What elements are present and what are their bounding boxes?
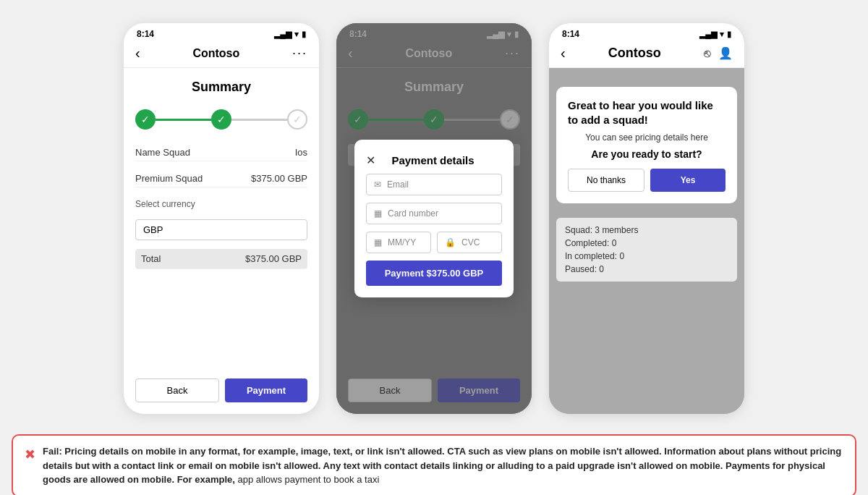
squad-dialog-question: Are you ready to start? bbox=[568, 148, 726, 160]
pay-button[interactable]: Payment $375.00 GBP bbox=[366, 261, 502, 286]
phone3-content: Great to hear you would like to add a sq… bbox=[549, 68, 744, 414]
squad-dialog-sub: You can see pricing details here bbox=[568, 132, 726, 143]
fail-text-bold: Fail: Pricing details on mobile in any f… bbox=[43, 446, 841, 485]
nav-title-1: Contoso bbox=[192, 47, 239, 60]
row-value-1: $375.00 GBP bbox=[251, 173, 307, 184]
share-icon-3[interactable]: ⎋ bbox=[704, 47, 711, 60]
payment-button-1[interactable]: Payment bbox=[225, 378, 307, 402]
fail-section: ✖ Fail: Pricing details on mobile in any… bbox=[12, 434, 856, 495]
modal-title: Payment details bbox=[375, 154, 490, 166]
signal-icon-3: ▂▄▆ bbox=[699, 30, 717, 39]
phone-3: 8:14 ▂▄▆ ▾ ▮ ‹ Contoso ⎋ 👤 bbox=[549, 23, 744, 414]
email-placeholder: Email bbox=[387, 179, 409, 190]
row-premium-squad: Premium Squad $375.00 GBP bbox=[135, 170, 307, 187]
mmyy-field[interactable]: ▦ MM/YY bbox=[366, 232, 431, 253]
progress-line-2 bbox=[231, 119, 287, 121]
squad-paused: Paused: 0 bbox=[565, 264, 728, 274]
battery-icon-3: ▮ bbox=[727, 30, 731, 39]
progress-bar-1: ✓ ✓ ✓ bbox=[135, 109, 307, 130]
step-1-done: ✓ bbox=[135, 109, 156, 130]
status-time-3: 8:14 bbox=[562, 29, 579, 39]
row-label-1: Premium Squad bbox=[135, 173, 203, 184]
fail-icon: ✖ bbox=[25, 445, 35, 465]
nav-bar-1: ‹ Contoso ··· bbox=[124, 42, 319, 68]
signal-icon-1: ▂▄▆ bbox=[274, 30, 292, 39]
payment-modal-overlay: ✕ Payment details ✉ Email ▦ Card number bbox=[336, 23, 532, 414]
squad-dialog: Great to hear you would like to add a sq… bbox=[556, 87, 737, 203]
modal-input-row: ▦ MM/YY 🔒 CVC bbox=[366, 232, 502, 253]
main-container: 8:14 ▂▄▆ ▾ ▮ ‹ Contoso ··· Summary ✓ ✓ bbox=[12, 12, 856, 495]
total-row: Total $375.00 GBP bbox=[135, 249, 307, 269]
calendar-icon: ▦ bbox=[374, 237, 382, 248]
modal-close-icon[interactable]: ✕ bbox=[366, 155, 375, 166]
email-icon: ✉ bbox=[374, 179, 381, 190]
phone-1: 8:14 ▂▄▆ ▾ ▮ ‹ Contoso ··· Summary ✓ ✓ bbox=[124, 23, 319, 414]
summary-title-1: Summary bbox=[135, 80, 307, 95]
back-chevron-3[interactable]: ‹ bbox=[561, 45, 566, 62]
payment-modal: ✕ Payment details ✉ Email ▦ Card number bbox=[354, 140, 514, 297]
phone-content-1: Summary ✓ ✓ ✓ Name Squad Ios Premium Squ… bbox=[124, 68, 319, 414]
phones-row: 8:14 ▂▄▆ ▾ ▮ ‹ Contoso ··· Summary ✓ ✓ bbox=[12, 12, 856, 426]
squad-members: Squad: 3 members bbox=[565, 225, 728, 235]
modal-header: ✕ Payment details bbox=[366, 154, 502, 166]
no-thanks-button[interactable]: No thanks bbox=[568, 169, 644, 192]
back-button-1[interactable]: Back bbox=[135, 378, 219, 402]
wifi-icon-1: ▾ bbox=[294, 30, 299, 39]
progress-line-1 bbox=[156, 119, 211, 121]
nav-icons-right-3: ⎋ 👤 bbox=[704, 46, 733, 60]
cvc-field[interactable]: 🔒 CVC bbox=[437, 232, 502, 253]
card-icon: ▦ bbox=[374, 208, 382, 219]
nav-title-3: Contoso bbox=[608, 46, 661, 61]
row-value-0: Ios bbox=[295, 147, 307, 158]
buttons-row-1: Back Payment bbox=[135, 373, 307, 402]
step-2-done: ✓ bbox=[211, 109, 231, 130]
wifi-icon-3: ▾ bbox=[720, 30, 724, 39]
squad-info-card: Squad: 3 members Completed: 0 In complet… bbox=[556, 218, 737, 282]
fail-text: Fail: Pricing details on mobile in any f… bbox=[43, 444, 843, 487]
person-icon-3[interactable]: 👤 bbox=[718, 46, 733, 60]
fail-text-normal: app allows payment to book a taxi bbox=[237, 474, 379, 485]
squad-dialog-title: Great to hear you would like to add a sq… bbox=[568, 98, 726, 127]
status-icons-1: ▂▄▆ ▾ ▮ bbox=[274, 30, 306, 39]
status-time-1: 8:14 bbox=[137, 29, 154, 39]
cvc-placeholder: CVC bbox=[461, 237, 480, 248]
mm-placeholder: MM/YY bbox=[388, 237, 416, 248]
total-value: $375.00 GBP bbox=[245, 253, 302, 264]
yes-button[interactable]: Yes bbox=[650, 169, 726, 192]
squad-in-completed: In completed: 0 bbox=[565, 251, 728, 261]
more-icon-1[interactable]: ··· bbox=[292, 46, 307, 61]
status-bar-1: 8:14 ▂▄▆ ▾ ▮ bbox=[124, 23, 319, 42]
currency-input[interactable] bbox=[135, 219, 307, 240]
row-name-squad: Name Squad Ios bbox=[135, 144, 307, 161]
email-input-field[interactable]: ✉ Email bbox=[366, 174, 502, 195]
total-label: Total bbox=[141, 253, 161, 264]
step-3-pending: ✓ bbox=[287, 109, 307, 130]
card-number-field[interactable]: ▦ Card number bbox=[366, 203, 502, 224]
back-chevron-1[interactable]: ‹ bbox=[135, 45, 140, 62]
currency-label: Select currency bbox=[135, 199, 307, 209]
battery-icon-1: ▮ bbox=[302, 30, 306, 39]
row-label-0: Name Squad bbox=[135, 147, 190, 158]
phone-2: 8:14 ▂▄▆ ▾ ▮ ‹ Contoso ··· Summary ✓ bbox=[336, 23, 532, 414]
lock-icon: 🔒 bbox=[445, 237, 456, 248]
card-placeholder: Card number bbox=[388, 208, 438, 219]
status-bar-3: 8:14 ▂▄▆ ▾ ▮ bbox=[549, 23, 744, 42]
squad-dialog-btns: No thanks Yes bbox=[568, 169, 726, 192]
squad-completed: Completed: 0 bbox=[565, 238, 728, 248]
status-icons-3: ▂▄▆ ▾ ▮ bbox=[699, 30, 731, 39]
nav-bar-3: ‹ Contoso ⎋ 👤 bbox=[549, 42, 744, 68]
